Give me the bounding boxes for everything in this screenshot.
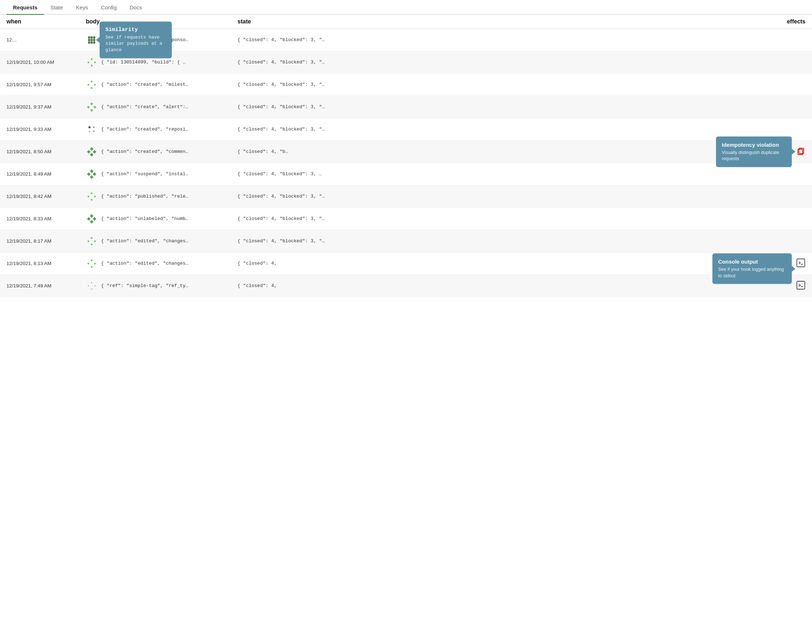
- svg-marker-46: [94, 240, 96, 242]
- tab-requests[interactable]: Requests: [6, 0, 44, 15]
- similarity-icon-4[interactable]: [86, 124, 98, 135]
- svg-marker-11: [87, 61, 90, 64]
- cell-effects-10[interactable]: Console output See if your hook logged a…: [762, 258, 806, 269]
- svg-marker-33: [87, 172, 91, 176]
- table-row[interactable]: 12/19/2021, 8:50 AM { "action": "created…: [0, 141, 812, 163]
- similarity-icon-5[interactable]: [86, 146, 98, 158]
- cell-when-10: 12/19/2021, 8:13 AM: [6, 255, 86, 272]
- similarity-icon-11[interactable]: [86, 280, 98, 292]
- svg-marker-53: [91, 282, 92, 283]
- table-row[interactable]: 12/19/2021, 8:33 AM { "action": "unlabel…: [0, 208, 812, 230]
- cell-state-1: { "closed": 4, "blocked": 3, "…: [238, 59, 762, 65]
- svg-marker-25: [90, 147, 93, 151]
- similarity-icon-1[interactable]: [86, 56, 98, 68]
- similarity-icon-7[interactable]: [86, 191, 98, 202]
- svg-marker-24: [93, 130, 95, 132]
- svg-marker-9: [91, 58, 93, 60]
- table-row[interactable]: 12… Similarity: [0, 29, 812, 51]
- cell-when-4: 12/19/2021, 9:33 AM: [6, 121, 86, 138]
- cell-body-5: { "action": "created", "commen…: [86, 146, 238, 158]
- svg-rect-4: [91, 39, 93, 41]
- cell-state-9: { "closed": 4, "blocked": 3, "…: [238, 238, 762, 244]
- table-row[interactable]: 12/19/2021, 7:49 AM { "ref": "simple-tag…: [0, 275, 812, 297]
- svg-rect-0: [88, 37, 90, 39]
- svg-marker-42: [93, 217, 96, 221]
- cell-state-3: { "closed": 4, "blocked": 3, "…: [238, 104, 762, 110]
- table-row[interactable]: 12/19/2021, 9:33 AM { "action": "created…: [0, 118, 812, 141]
- svg-rect-51: [797, 259, 805, 267]
- cell-state-7: { "closed": 4, "blocked": 3, "…: [238, 193, 762, 199]
- svg-marker-12: [94, 61, 96, 64]
- idempotency-tooltip-title: Idempotency violation: [722, 142, 786, 148]
- cell-body-4: { "action": "created", "reposi…: [86, 124, 238, 135]
- col-effects: effects: [762, 18, 806, 25]
- table-row[interactable]: 12/19/2021, 9:37 AM { "action": "create"…: [0, 96, 812, 118]
- cell-body-1: { "id: 130514899, "build": { …: [86, 56, 238, 68]
- body-text-1: { "id: 130514899, "build": { …: [101, 59, 186, 65]
- table-row[interactable]: 12/19/2021, 8:42 AM { "action": "publish…: [0, 185, 812, 208]
- svg-marker-48: [91, 266, 93, 268]
- col-when: when: [6, 18, 86, 25]
- cell-state-2: { "closed": 4, "blocked": 3, "…: [238, 82, 762, 87]
- cell-state-5: { "closed": 4, "b…: [238, 149, 762, 154]
- svg-rect-2: [93, 37, 95, 39]
- svg-marker-31: [90, 169, 93, 173]
- similarity-icon-10[interactable]: [86, 258, 98, 269]
- svg-marker-49: [87, 262, 90, 265]
- nav-bar: Requests State Keys Config Docs: [0, 0, 812, 15]
- tab-state[interactable]: State: [44, 0, 70, 15]
- similarity-icon-8[interactable]: [86, 213, 98, 225]
- tab-docs[interactable]: Docs: [123, 0, 148, 15]
- similarity-icon-6[interactable]: [86, 168, 98, 180]
- svg-marker-14: [91, 87, 93, 89]
- cell-when-9: 12/19/2021, 8:17 AM: [6, 233, 86, 250]
- svg-point-21: [89, 126, 91, 128]
- body-text-4: { "action": "created", "reposi…: [101, 126, 188, 132]
- svg-marker-50: [94, 262, 96, 265]
- table-row[interactable]: 12/19/2021, 8:49 AM { "action": "suspend…: [0, 163, 812, 185]
- similarity-icon-0[interactable]: Similarity See if requests have similar …: [86, 34, 98, 46]
- cell-state-0: { "closed": 4, "blocked": 3, "…: [238, 37, 762, 43]
- terminal-icon[interactable]: [796, 280, 806, 291]
- duplicate-icon[interactable]: [796, 146, 806, 157]
- svg-rect-6: [88, 41, 90, 44]
- svg-marker-34: [93, 172, 96, 176]
- table-row[interactable]: 12/19/2021, 10:00 AM { "id: 130514899, "…: [0, 51, 812, 73]
- svg-rect-5: [93, 39, 95, 41]
- tab-config[interactable]: Config: [95, 0, 123, 15]
- similarity-icon-3[interactable]: [86, 101, 98, 113]
- cell-effects-5[interactable]: Idempotency violation Visually distingui…: [762, 146, 806, 157]
- similarity-icon-2[interactable]: [86, 79, 98, 90]
- body-text-0: { "action": "created", "sponso…: [101, 37, 188, 43]
- cell-effects-11[interactable]: [762, 280, 806, 291]
- svg-marker-16: [94, 84, 96, 86]
- col-body: body: [86, 18, 238, 25]
- col-state: state: [238, 18, 762, 25]
- svg-marker-19: [87, 106, 90, 108]
- cell-when-8: 12/19/2021, 8:33 AM: [6, 210, 86, 227]
- cell-state-8: { "closed": 4, "blocked": 3, "…: [238, 216, 762, 221]
- cell-when-6: 12/19/2021, 8:49 AM: [6, 166, 86, 183]
- cell-when-5: 12/19/2021, 8:50 AM: [6, 143, 86, 160]
- table-row[interactable]: 12/19/2021, 9:57 AM { "action": "created…: [0, 73, 812, 96]
- svg-point-23: [89, 131, 90, 132]
- console-output-icon[interactable]: [796, 258, 806, 269]
- svg-rect-1: [91, 37, 93, 39]
- similarity-icon-9[interactable]: [86, 236, 98, 247]
- svg-marker-56: [94, 285, 96, 287]
- svg-marker-38: [94, 195, 96, 198]
- table-header: when body state effects: [0, 15, 812, 29]
- tab-keys[interactable]: Keys: [70, 0, 95, 15]
- body-text-2: { "action": "created", "milest…: [101, 82, 188, 87]
- svg-marker-39: [90, 214, 93, 218]
- cell-state-10: { "closed": 4,: [238, 261, 762, 266]
- svg-marker-45: [87, 240, 90, 242]
- body-text-7: { "action": "published", "rele…: [101, 193, 188, 199]
- table-row[interactable]: 12/19/2021, 8:17 AM { "action": "edited"…: [0, 230, 812, 253]
- cell-body-10: { "action": "edited", "changes…: [86, 258, 238, 269]
- cell-body-2: { "action": "created", "milest…: [86, 79, 238, 90]
- cell-state-6: { "closed": 4, "blocked": 3, …: [238, 171, 762, 177]
- cell-when-1: 12/19/2021, 10:00 AM: [6, 54, 86, 71]
- cell-body-9: { "action": "edited", "changes…: [86, 236, 238, 247]
- table-row[interactable]: 12/19/2021, 8:13 AM { "action": "edited"…: [0, 253, 812, 275]
